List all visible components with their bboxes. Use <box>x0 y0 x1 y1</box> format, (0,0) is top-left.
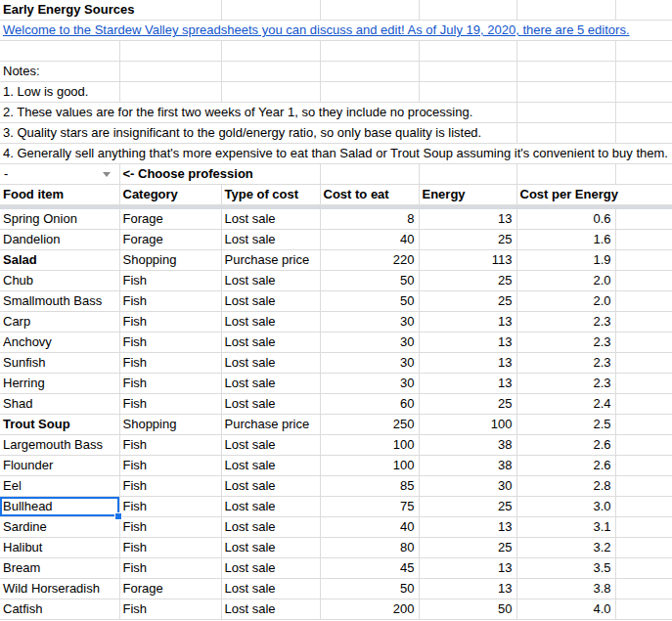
cell-cost-to-eat[interactable]: 80 <box>320 538 419 558</box>
cell-cost-per-energy[interactable]: 2.3 <box>516 312 615 333</box>
cell-food-item[interactable]: Salad <box>0 250 119 271</box>
cell-type-of-cost[interactable]: Lost sale <box>221 230 320 250</box>
cell-empty[interactable] <box>0 41 119 62</box>
cell-empty[interactable] <box>419 62 516 82</box>
cell-energy[interactable]: 50 <box>419 599 516 620</box>
cell-empty[interactable] <box>516 62 615 82</box>
cell-empty[interactable] <box>615 82 672 103</box>
cell-empty[interactable] <box>516 123 615 144</box>
cell-empty[interactable] <box>516 164 615 185</box>
cell-energy[interactable]: 13 <box>419 374 516 394</box>
cell-category[interactable]: Fish <box>119 456 221 476</box>
note-3[interactable]: 3. Quality stars are insignificant to th… <box>0 123 516 144</box>
cell-cost-per-energy[interactable]: 0.6 <box>516 209 615 230</box>
sheet-title[interactable]: Early Energy Sources <box>0 0 221 21</box>
cell-food-item[interactable]: Spring Onion <box>0 209 119 230</box>
cell-empty[interactable] <box>419 0 516 21</box>
cell-food-item[interactable]: Halibut <box>0 538 119 558</box>
cell-food-item[interactable]: Smallmouth Bass <box>0 291 119 312</box>
profession-dropdown[interactable]: - <box>0 164 119 185</box>
cell-cost-per-energy[interactable]: 3.0 <box>516 497 615 517</box>
cell-energy[interactable]: 25 <box>419 538 516 558</box>
cell-empty[interactable] <box>221 62 320 82</box>
cell-empty[interactable] <box>615 415 672 435</box>
cell-empty[interactable] <box>615 435 672 456</box>
cell-food-item[interactable]: Herring <box>0 374 119 394</box>
cell-category[interactable]: Fish <box>119 497 221 517</box>
cell-type-of-cost[interactable]: Lost sale <box>221 333 320 353</box>
cell-cost-per-energy[interactable]: 1.9 <box>516 250 615 271</box>
cell-energy[interactable]: 13 <box>419 353 516 374</box>
cell-empty[interactable] <box>615 579 672 599</box>
cell-empty[interactable] <box>320 82 419 103</box>
cell-cost-to-eat[interactable]: 30 <box>320 333 419 353</box>
cell-type-of-cost[interactable]: Lost sale <box>221 456 320 476</box>
cell-empty[interactable] <box>615 394 672 415</box>
cell-cost-to-eat[interactable]: 100 <box>320 456 419 476</box>
cell-cost-per-energy[interactable]: 2.6 <box>516 456 615 476</box>
notes-label[interactable]: Notes: <box>0 62 119 82</box>
cell-empty[interactable] <box>615 123 672 144</box>
cell-cost-per-energy[interactable]: 3.2 <box>516 538 615 558</box>
cell-empty[interactable] <box>615 456 672 476</box>
column-header-cost-to-eat[interactable]: Cost to eat <box>320 185 419 205</box>
cell-type-of-cost[interactable]: Lost sale <box>221 353 320 374</box>
cell-food-item[interactable]: Sunfish <box>0 353 119 374</box>
cell-empty[interactable] <box>419 164 516 185</box>
cell-category[interactable]: Fish <box>119 558 221 579</box>
cell-food-item[interactable]: Bullhead <box>0 497 119 517</box>
cell-food-item[interactable]: Dandelion <box>0 230 119 250</box>
cell-energy[interactable]: 25 <box>419 271 516 291</box>
cell-cost-per-energy[interactable]: 2.3 <box>516 374 615 394</box>
cell-empty[interactable] <box>615 374 672 394</box>
cell-empty[interactable] <box>516 41 615 62</box>
dropdown-arrow-icon[interactable] <box>103 172 111 177</box>
cell-food-item[interactable]: Sardine <box>0 517 119 538</box>
cell-food-item[interactable]: Anchovy <box>0 333 119 353</box>
cell-cost-to-eat[interactable]: 30 <box>320 312 419 333</box>
cell-energy[interactable]: 13 <box>419 558 516 579</box>
welcome-link-cell[interactable]: Welcome to the Stardew Valley spreadshee… <box>0 21 672 41</box>
cell-cost-to-eat[interactable]: 250 <box>320 415 419 435</box>
cell-empty[interactable] <box>615 497 672 517</box>
cell-category[interactable]: Shopping <box>119 250 221 271</box>
cell-cost-per-energy[interactable]: 4.0 <box>516 599 615 620</box>
cell-energy[interactable]: 113 <box>419 250 516 271</box>
cell-empty[interactable] <box>615 353 672 374</box>
cell-category[interactable]: Forage <box>119 230 221 250</box>
cell-category[interactable]: Fish <box>119 312 221 333</box>
cell-cost-per-energy[interactable]: 3.5 <box>516 558 615 579</box>
cell-category[interactable]: Fish <box>119 394 221 415</box>
cell-empty[interactable] <box>615 312 672 333</box>
cell-empty[interactable] <box>615 209 672 230</box>
cell-empty[interactable] <box>221 41 320 62</box>
cell-empty[interactable] <box>119 82 221 103</box>
cell-food-item[interactable]: Wild Horseradish <box>0 579 119 599</box>
cell-empty[interactable] <box>119 41 221 62</box>
cell-empty[interactable] <box>615 250 672 271</box>
choose-profession-hint[interactable]: <- Choose profession <box>119 164 320 185</box>
cell-category[interactable]: Fish <box>119 333 221 353</box>
cell-energy[interactable]: 13 <box>419 517 516 538</box>
note-1[interactable]: 1. Low is good. <box>0 82 119 103</box>
cell-empty[interactable] <box>615 230 672 250</box>
cell-cost-per-energy[interactable]: 2.0 <box>516 291 615 312</box>
cell-food-item[interactable]: Bream <box>0 558 119 579</box>
column-header-type-of-cost[interactable]: Type of cost <box>221 185 320 205</box>
cell-cost-to-eat[interactable]: 40 <box>320 230 419 250</box>
cell-cost-to-eat[interactable]: 50 <box>320 579 419 599</box>
cell-food-item[interactable]: Eel <box>0 476 119 497</box>
cell-cost-per-energy[interactable]: 2.6 <box>516 435 615 456</box>
cell-cost-to-eat[interactable]: 75 <box>320 497 419 517</box>
cell-empty[interactable] <box>615 599 672 620</box>
cell-food-item[interactable]: Catfish <box>0 599 119 620</box>
cell-cost-to-eat[interactable]: 85 <box>320 476 419 497</box>
cell-energy[interactable]: 25 <box>419 230 516 250</box>
cell-type-of-cost[interactable]: Purchase price <box>221 415 320 435</box>
cell-empty[interactable] <box>320 0 419 21</box>
cell-empty[interactable] <box>615 0 672 21</box>
cell-energy[interactable]: 38 <box>419 435 516 456</box>
cell-energy[interactable]: 13 <box>419 209 516 230</box>
cell-type-of-cost[interactable]: Lost sale <box>221 312 320 333</box>
cell-energy[interactable]: 25 <box>419 291 516 312</box>
